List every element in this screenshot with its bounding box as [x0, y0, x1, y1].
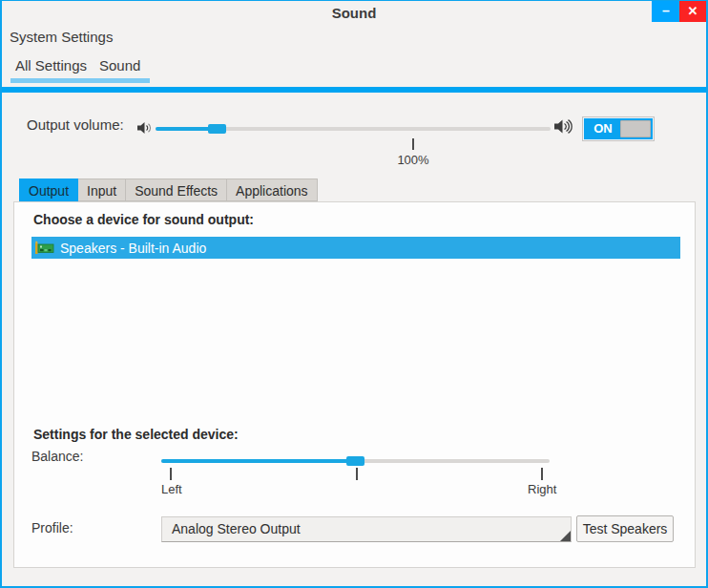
output-mute-toggle[interactable]: ON	[582, 116, 655, 141]
balance-tick-right	[541, 468, 543, 480]
volume-100-label: 100%	[386, 153, 440, 167]
output-volume-slider-handle[interactable]	[208, 124, 226, 134]
close-icon: ✕	[688, 4, 698, 18]
sound-tabs: Output Input Sound Effects Applications	[19, 178, 318, 201]
output-volume-label: Output volume:	[27, 116, 124, 133]
toggle-on-label: ON	[583, 117, 623, 140]
balance-label: Balance:	[31, 449, 83, 464]
profile-dropdown[interactable]: Analog Stereo Output	[161, 516, 572, 542]
breadcrumb-underline	[10, 78, 150, 83]
sound-settings-window: Sound – ✕ System Settings All Settings S…	[0, 0, 708, 588]
output-tab-panel: Choose a device for sound output: Speake…	[13, 201, 696, 568]
output-volume-slider-fill	[156, 127, 212, 131]
balance-tick-center	[356, 468, 358, 480]
balance-left-label: Left	[161, 482, 182, 496]
tab-applications[interactable]: Applications	[227, 178, 318, 201]
device-section-heading: Choose a device for sound output:	[33, 212, 254, 227]
tab-output[interactable]: Output	[19, 178, 78, 201]
output-volume-slider[interactable]	[156, 127, 551, 131]
tab-sound-effects[interactable]: Sound Effects	[126, 178, 227, 201]
minimize-icon: –	[662, 3, 670, 18]
header-separator	[0, 87, 708, 93]
minimize-button[interactable]: –	[652, 1, 680, 22]
volume-100-tick	[412, 138, 414, 150]
device-name: Speakers - Built-in Audio	[60, 241, 206, 256]
profile-dropdown-value: Analog Stereo Output	[172, 521, 301, 536]
volume-high-icon	[554, 118, 573, 138]
tab-input[interactable]: Input	[78, 178, 126, 201]
device-list-item-speakers[interactable]: Speakers - Built-in Audio	[31, 237, 680, 259]
dropdown-corner-arrow-icon	[560, 531, 571, 541]
profile-label: Profile:	[31, 520, 73, 536]
volume-low-icon	[137, 121, 153, 138]
balance-slider[interactable]	[161, 459, 550, 463]
toggle-handle[interactable]	[620, 120, 651, 137]
settings-section-heading: Settings for the selected device:	[33, 427, 239, 442]
sound-card-icon	[35, 241, 54, 256]
close-button[interactable]: ✕	[679, 1, 706, 22]
menu-system-settings[interactable]: System Settings	[10, 29, 113, 45]
breadcrumb-sound[interactable]: Sound	[99, 57, 140, 74]
balance-tick-left	[170, 468, 172, 480]
balance-right-label: Right	[528, 482, 556, 496]
test-speakers-button[interactable]: Test Speakers	[576, 515, 674, 542]
balance-slider-handle[interactable]	[346, 456, 364, 466]
titlebar[interactable]: Sound – ✕	[0, 0, 708, 27]
balance-slider-fill	[161, 459, 355, 463]
window-title: Sound	[0, 0, 708, 27]
breadcrumb-all-settings[interactable]: All Settings	[15, 57, 87, 74]
